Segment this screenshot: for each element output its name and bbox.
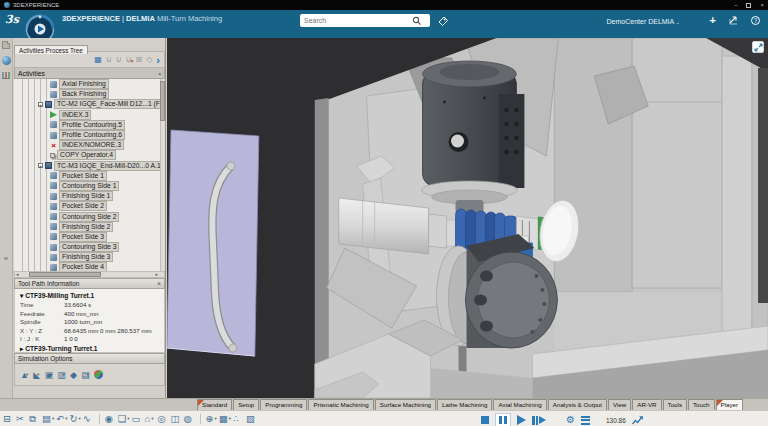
scroll-up-icon[interactable]: ▴: [158, 70, 161, 76]
simulation-option-button[interactable]: ▾: [94, 370, 102, 379]
tool-path-info-header[interactable]: Tool Path Information ×: [14, 278, 165, 289]
tree-item-label: Contouring Side 3: [59, 242, 119, 252]
help-icon[interactable]: ?: [751, 16, 760, 25]
search-input[interactable]: [300, 17, 412, 24]
simulation-option-button[interactable]: ▲ ▾: [20, 370, 28, 380]
scroll-left-icon[interactable]: ◂: [16, 272, 19, 277]
expander-icon[interactable]: [38, 102, 43, 107]
search-box[interactable]: [300, 14, 430, 27]
action-bar-icon[interactable]: ↶▾: [56, 413, 67, 425]
expand-viewport-button[interactable]: [752, 41, 764, 53]
scroll-right-icon[interactable]: ▸: [155, 272, 158, 277]
tree-item[interactable]: Pocket Side 4: [14, 262, 165, 271]
feedrate-graph-icon[interactable]: [632, 416, 643, 425]
action-bar-icon[interactable]: [200, 414, 201, 424]
tree-toolbar-icon[interactable]: ›: [156, 56, 160, 64]
tree-item[interactable]: Profile Contouring.6: [14, 130, 165, 140]
simulation-option-button[interactable]: ▥ ▾: [57, 370, 65, 380]
tree-item[interactable]: COPY Operator.4: [14, 150, 165, 160]
pause-button[interactable]: [495, 413, 511, 426]
action-bar-icon[interactable]: ↻▾: [69, 413, 80, 425]
collapse-panel-arrow[interactable]: «: [4, 254, 8, 263]
action-bar-icon[interactable]: ▧: [246, 413, 257, 425]
tree-item[interactable]: Contouring Side 1: [14, 181, 165, 191]
action-bar-icon[interactable]: ▭: [132, 413, 143, 425]
simulation-option-button[interactable]: ▤ ▾: [81, 370, 89, 380]
simulation-option-button[interactable]: ◆ ▾: [70, 370, 76, 380]
tree-item[interactable]: Finishing Side 2: [14, 222, 165, 232]
operation-icon: [50, 233, 57, 240]
player-list-icon[interactable]: [581, 416, 590, 425]
tree-toolbar-icon[interactable]: ▦: [94, 56, 102, 64]
tree-item[interactable]: Pocket Side 1: [14, 171, 165, 181]
tree-item[interactable]: TC-M2 IGQE_Face-Mill D12...1 (Face Mill …: [14, 99, 165, 109]
tree-item[interactable]: Contouring Side 2: [14, 211, 165, 221]
chart-icon[interactable]: [2, 72, 10, 79]
play-button[interactable]: [517, 415, 526, 425]
minimize-button[interactable]: –: [734, 2, 737, 8]
simulation-options-toolbar: ▲ ▾ ◣ ▾ ▣ ▾ ▥ ▾: [14, 364, 165, 386]
user-menu[interactable]: DemoCenter DELMIA ⌄: [607, 18, 680, 25]
3d-viewport[interactable]: [167, 38, 768, 398]
tree-toolbar-icon[interactable]: ◇: [146, 56, 152, 64]
tree-item[interactable]: Finishing Side 1: [14, 191, 165, 201]
tree-toolbar-icon[interactable]: ∪: [106, 56, 112, 64]
chevron-down-icon: ▾: [50, 372, 52, 377]
action-bar-icon[interactable]: ✂: [16, 413, 27, 425]
tree-item[interactable]: Contouring Side 3: [14, 242, 165, 252]
action-bar-icon[interactable]: ❏▾: [118, 413, 130, 425]
tree-item[interactable]: Back Finishing: [14, 89, 165, 99]
tree-toolbar-icon[interactable]: ∪: [116, 56, 122, 64]
close-icon[interactable]: ×: [157, 280, 161, 287]
stop-button[interactable]: [481, 416, 489, 424]
action-bar-icon[interactable]: ▦▾: [219, 413, 231, 425]
tree-item[interactable]: Axial Finishing: [14, 79, 165, 89]
action-bar-icon[interactable]: ⧉: [29, 413, 40, 425]
simulation-options-header[interactable]: Simulation Options: [14, 353, 165, 364]
milling-turret-section[interactable]: ▾ CTF39-Milling Turret.1: [20, 292, 161, 300]
action-bar-icon[interactable]: [99, 414, 100, 424]
turning-turret-section[interactable]: ▸ CTF39-Turning Turret.1: [20, 345, 161, 353]
action-bar-icon[interactable]: ▤▾: [42, 413, 54, 425]
tree-root-header[interactable]: Activities ▴: [14, 68, 165, 79]
action-bar-icon[interactable]: ⊕▾: [206, 413, 217, 425]
action-bar-icon[interactable]: ⊟: [3, 413, 14, 425]
tree-toolbar-icon[interactable]: ∪: [126, 56, 132, 64]
operation-icon: [50, 223, 57, 230]
simulation-option-button[interactable]: ◣ ▾: [33, 370, 39, 380]
tree-toolbar-icon[interactable]: ⊞: [135, 56, 142, 64]
compass-ball-icon[interactable]: [2, 56, 11, 65]
tree-item[interactable]: Profile Contouring.5: [14, 120, 165, 130]
step-forward-button[interactable]: [532, 416, 546, 425]
action-bar: ⊟ ✂ ⧉ ▤▾ ↶▾ ↻▾: [0, 410, 768, 426]
action-bar-icon[interactable]: ◉: [105, 413, 116, 425]
action-bar-icon[interactable]: ◎: [158, 413, 169, 425]
tree-vertical-scrollbar[interactable]: [160, 79, 165, 271]
tree-horizontal-scrollbar[interactable]: ◂ ▸: [14, 271, 165, 278]
share-icon[interactable]: [728, 15, 739, 25]
action-bar-icon[interactable]: ◍: [184, 413, 195, 425]
player-settings-gear-icon[interactable]: ⚙: [566, 414, 575, 426]
activities-process-tree-tab[interactable]: Activities Process Tree: [14, 45, 88, 54]
simulation-option-button[interactable]: ▣ ▾: [44, 370, 52, 380]
action-bar-icon[interactable]: ◫: [171, 413, 182, 425]
folder-icon[interactable]: [2, 43, 10, 49]
close-button[interactable]: ×: [760, 2, 764, 8]
add-app-button[interactable]: +: [710, 15, 716, 25]
machine-3d-scene[interactable]: [167, 38, 768, 398]
search-icon[interactable]: [412, 16, 422, 26]
tree-item[interactable]: INDEX/NOMORE.3: [14, 140, 165, 150]
tag-icon[interactable]: [438, 16, 449, 27]
action-bar-icon[interactable]: ∴: [233, 413, 244, 425]
action-bar-icon[interactable]: ⌂▾: [145, 413, 156, 425]
maximize-button[interactable]: [746, 3, 751, 8]
chevron-down-icon: ▾: [100, 372, 102, 377]
expander-icon[interactable]: [38, 163, 43, 168]
tree-item[interactable]: Pocket Side 3: [14, 232, 165, 242]
operation-icon: [50, 121, 57, 128]
tree-item[interactable]: Pocket Side 2: [14, 201, 165, 211]
tree-item[interactable]: TC-M3 IGQE_End-Mill-D20...0 A.1 (End Mil…: [14, 161, 165, 171]
action-bar-icon[interactable]: ∿: [83, 413, 94, 425]
tree-item[interactable]: Finishing Side 3: [14, 252, 165, 262]
tree-item[interactable]: INDEX.3: [14, 110, 165, 120]
